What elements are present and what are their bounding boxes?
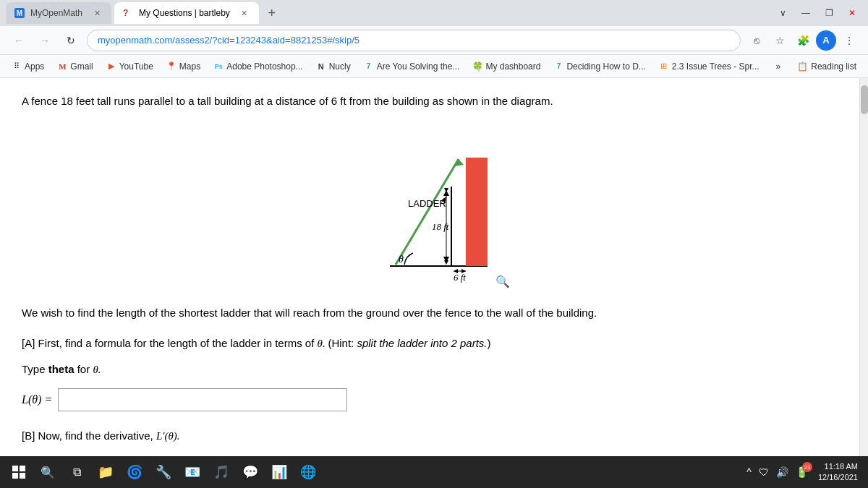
forward-button[interactable]: → — [35, 30, 55, 51]
bookmark-apps-label: Apps — [25, 61, 44, 72]
problem-body: We wish to find the length of the shorte… — [22, 304, 838, 322]
browser-window: M MyOpenMath ✕ ? My Questions | bartleby… — [0, 0, 868, 488]
pinned-app-5-icon: 📊 — [271, 464, 287, 480]
tab-favicon-myopenmath: M — [14, 8, 25, 18]
edge-icon: 🌀 — [127, 464, 142, 480]
bookmark-photoshop[interactable]: Ps Adobe Photoshop... — [208, 59, 308, 74]
reading-list-label: Reading list — [811, 61, 856, 72]
height-label: 18 ft — [432, 221, 449, 232]
pinned-app-6[interactable]: 🌐 — [295, 459, 321, 485]
address-bar: ← → ↻ ⎋ ☆ 🧩 A ⋮ — [0, 26, 868, 55]
task-view-icon: ⧉ — [73, 466, 81, 479]
bookmark-issue-trees-label: 2.3 Issue Trees - Spr... — [672, 61, 760, 72]
zoom-icon[interactable]: 🔍 — [495, 275, 510, 288]
search-icon: 🔍 — [41, 466, 55, 479]
apps-icon: ⠿ — [12, 61, 22, 72]
minimize-button[interactable]: ∨ — [773, 3, 793, 23]
battery-icon[interactable]: 🔋 23 — [793, 463, 811, 481]
start-button[interactable] — [6, 459, 32, 485]
tab-close-bartleby[interactable]: ✕ — [239, 7, 250, 19]
part-b-func: L'(θ). — [156, 430, 180, 442]
problem-intro: A fence 18 feet tall runs parallel to a … — [22, 93, 838, 110]
sound-icon[interactable]: 🔊 — [773, 463, 791, 481]
problem-diagram: 18 ft 6 ft θ LADDER — [346, 121, 513, 288]
bookmark-nucly[interactable]: N Nucly — [310, 59, 357, 74]
reading-list-icon: 📋 — [797, 61, 808, 72]
photoshop-icon: Ps — [213, 61, 224, 72]
restore-button[interactable]: — — [796, 3, 816, 23]
bookmark-solving[interactable]: 7 Are You Solving the... — [358, 59, 466, 74]
close-button[interactable]: ✕ — [842, 3, 862, 23]
ladder-label: LADDER — [408, 198, 446, 209]
reload-button[interactable]: ↻ — [61, 30, 81, 51]
diagram-container: 18 ft 6 ft θ LADDER — [22, 121, 838, 290]
bookmark-youtube-label: YouTube — [119, 61, 153, 72]
taskbar: 🔍 ⧉ 📁 🌀 🔧 📧 🎵 💬 📊 🌐 — [0, 456, 868, 488]
svg-marker-4 — [454, 159, 464, 166]
maximize-button[interactable]: ❐ — [819, 3, 839, 23]
nucly-icon: N — [316, 61, 326, 72]
part-a-answer-input[interactable] — [58, 388, 347, 411]
distance-label: 6 ft — [454, 272, 466, 283]
file-explorer-button[interactable]: 📁 — [93, 459, 119, 485]
bookmark-youtube[interactable]: ▶ YouTube — [101, 59, 159, 74]
tab-myopenmath[interactable]: M MyOpenMath ✕ — [6, 2, 111, 24]
more-bookmarks-button[interactable]: » — [770, 59, 787, 74]
pinned-app-6-icon: 🌐 — [300, 464, 316, 480]
part-a-input-label: L(θ) = — [22, 393, 52, 406]
back-button[interactable]: ← — [9, 30, 29, 51]
content-area: A fence 18 feet tall runs parallel to a … — [0, 78, 859, 456]
bookmark-dashboard[interactable]: 🍀 My dashboard — [467, 59, 546, 74]
share-icon[interactable]: ⎋ — [746, 30, 767, 51]
menu-icon[interactable]: ⋮ — [839, 30, 859, 51]
scrollbar-thumb[interactable] — [861, 85, 868, 114]
bookmark-icon[interactable]: ☆ — [770, 30, 790, 51]
svg-rect-2 — [466, 158, 488, 266]
address-actions: ⎋ ☆ 🧩 A ⋮ — [746, 30, 859, 51]
new-tab-button[interactable]: + — [262, 3, 282, 23]
pinned-app-2[interactable]: 📧 — [179, 459, 205, 485]
taskbar-right: ^ 🛡 🔊 🔋 23 11:18 AM 12/16/2021 — [744, 458, 862, 487]
bookmark-photoshop-label: Adobe Photoshop... — [226, 61, 302, 72]
reading-list-button[interactable]: 📋 Reading list — [791, 59, 862, 74]
part-a-hint-text: Hint: split the ladder into 2 parts. — [331, 337, 487, 349]
task-view-button[interactable]: ⧉ — [64, 459, 90, 485]
bookmark-gmail[interactable]: M Gmail — [51, 59, 98, 74]
title-bar: M MyOpenMath ✕ ? My Questions | bartleby… — [0, 0, 868, 26]
wifi-icon[interactable]: 🛡 — [756, 463, 772, 481]
taskbar-time-display: 11:18 AM — [818, 461, 858, 472]
angle-label: θ — [399, 254, 404, 265]
edge-browser-button[interactable]: 🌀 — [122, 459, 148, 485]
hidden-icons-button[interactable]: ^ — [744, 463, 754, 481]
svg-line-3 — [396, 159, 459, 265]
taskbar-clock[interactable]: 11:18 AM 12/16/2021 — [814, 458, 862, 487]
pinned-app-4-icon: 💬 — [242, 464, 258, 480]
profile-button[interactable]: A — [816, 30, 836, 51]
address-input[interactable] — [87, 30, 741, 51]
scrollbar[interactable] — [859, 78, 868, 456]
pinned-app-4[interactable]: 💬 — [237, 459, 263, 485]
notification-badge: 23 — [802, 462, 812, 472]
bookmark-maps[interactable]: 📍 Maps — [161, 59, 206, 74]
pinned-app-5[interactable]: 📊 — [266, 459, 292, 485]
bookmark-gmail-label: Gmail — [70, 61, 93, 72]
bookmark-apps[interactable]: ⠿ Apps — [6, 59, 50, 74]
tab-bartleby[interactable]: ? My Questions | bartleby ✕ — [114, 2, 259, 24]
part-a-theta-symbol: θ. — [93, 364, 101, 375]
bookmark-dashboard-label: My dashboard — [485, 61, 540, 72]
tab-close-myopenmath[interactable]: ✕ — [91, 7, 103, 19]
pinned-app-1[interactable]: 🔧 — [150, 459, 176, 485]
folder-icon: 📁 — [98, 464, 114, 480]
tab-title-myopenmath: MyOpenMath — [30, 8, 82, 18]
bookmark-deciding-label: Deciding How to D... — [566, 61, 645, 72]
pinned-app-3[interactable]: 🎵 — [208, 459, 234, 485]
bookmark-deciding[interactable]: 7 Deciding How to D... — [548, 59, 651, 74]
system-icons: ^ 🛡 🔊 🔋 23 — [744, 463, 811, 481]
part-a-label: [A] First, find a formula for the length… — [22, 337, 314, 349]
taskbar-search-button[interactable]: 🔍 — [35, 459, 61, 485]
bookmark-nucly-label: Nucly — [329, 61, 351, 72]
solving-icon: 7 — [364, 61, 374, 72]
extension-icon[interactable]: 🧩 — [793, 30, 813, 51]
tab-favicon-bartleby: ? — [123, 8, 133, 18]
bookmark-issue-trees[interactable]: ⊞ 2.3 Issue Trees - Spr... — [653, 59, 765, 74]
